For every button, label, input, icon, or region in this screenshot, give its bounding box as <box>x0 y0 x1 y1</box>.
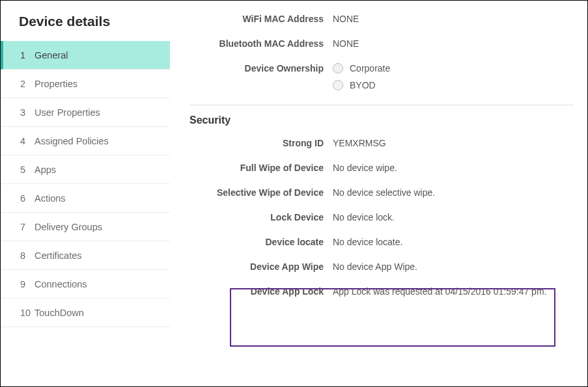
field-value: No device selective wipe. <box>333 187 574 198</box>
sidebar-item-label: TouchDown <box>35 308 84 318</box>
field-device-ownership: Device Ownership Corporate BYOD <box>189 63 574 90</box>
field-value: YEMXRMSG <box>333 138 574 148</box>
sidebar-item-properties[interactable]: 2 Properties <box>1 70 170 98</box>
section-header-security: Security <box>189 105 574 126</box>
sidebar-item-num: 5 <box>20 165 35 175</box>
field-label: WiFi MAC Address <box>189 14 333 24</box>
radio-icon <box>333 80 343 90</box>
sidebar-item-label: Apps <box>35 165 56 175</box>
radio-label: Corporate <box>350 63 390 73</box>
sidebar-item-label: Certificates <box>35 250 82 261</box>
sidebar-item-num: 1 <box>20 50 35 60</box>
sidebar-item-num: 7 <box>20 222 35 232</box>
sidebar-item-label: User Properties <box>35 107 100 118</box>
field-label: Selective Wipe of Device <box>189 187 333 198</box>
sidebar-item-num: 10 <box>20 308 35 318</box>
top-fields: WiFi MAC Address NONE Bluetooth MAC Addr… <box>189 14 574 90</box>
field-lock-device: Lock Device No device lock. <box>189 212 574 222</box>
ownership-radio-group: Corporate BYOD <box>333 63 574 90</box>
sidebar-item-label: Actions <box>35 193 66 204</box>
security-fields: Strong ID YEMXRMSG Full Wipe of Device N… <box>189 138 574 297</box>
sidebar-item-certificates[interactable]: 8 Certificates <box>1 241 170 270</box>
sidebar-item-num: 2 <box>20 79 35 89</box>
field-strong-id: Strong ID YEMXRMSG <box>189 138 574 148</box>
sidebar-item-num: 6 <box>20 193 35 204</box>
page-title: Device details <box>1 14 170 41</box>
sidebar-item-label: Assigned Policies <box>35 136 109 146</box>
field-value: No device wipe. <box>333 163 574 173</box>
sidebar-item-num: 3 <box>20 107 35 118</box>
sidebar-item-label: Connections <box>35 279 87 289</box>
field-value: No device locate. <box>333 237 574 247</box>
field-wifi-mac: WiFi MAC Address NONE <box>189 14 574 24</box>
sidebar-item-general[interactable]: 1 General <box>1 41 170 70</box>
sidebar-item-num: 4 <box>20 136 35 146</box>
field-label: Strong ID <box>189 138 333 148</box>
radio-corporate[interactable]: Corporate <box>333 63 574 73</box>
sidebar-item-assigned-policies[interactable]: 4 Assigned Policies <box>1 127 170 155</box>
field-label: Device locate <box>189 237 333 247</box>
sidebar-item-user-properties[interactable]: 3 User Properties <box>1 98 170 127</box>
sidebar-item-actions[interactable]: 6 Actions <box>1 184 170 213</box>
radio-byod[interactable]: BYOD <box>333 80 574 90</box>
field-label: Lock Device <box>189 212 333 222</box>
sidebar-item-label: Delivery Groups <box>35 222 102 232</box>
field-value: No device App Wipe. <box>333 261 574 272</box>
sidebar-item-touchdown[interactable]: 10 TouchDown <box>1 299 170 327</box>
field-full-wipe: Full Wipe of Device No device wipe. <box>189 163 574 173</box>
sidebar-item-connections[interactable]: 9 Connections <box>1 270 170 299</box>
field-value: NONE <box>333 38 574 49</box>
field-device-app-lock: Device App Lock App Lock was requested a… <box>189 286 574 297</box>
field-value: App Lock was requested at 04/15/2016 01:… <box>333 286 574 297</box>
field-value: No device lock. <box>333 212 574 222</box>
field-label: Full Wipe of Device <box>189 163 333 173</box>
sidebar-item-label: Properties <box>35 79 77 89</box>
field-label: Device App Lock <box>189 286 333 297</box>
sidebar-item-delivery-groups[interactable]: 7 Delivery Groups <box>1 213 170 241</box>
field-bluetooth-mac: Bluetooth MAC Address NONE <box>189 38 574 49</box>
field-selective-wipe: Selective Wipe of Device No device selec… <box>189 187 574 198</box>
radio-icon <box>333 63 343 73</box>
sidebar-item-num: 8 <box>20 250 35 261</box>
field-label: Device App Wipe <box>189 261 333 272</box>
highlight-box <box>230 288 555 347</box>
sidebar-list: 1 General 2 Properties 3 User Properties… <box>1 41 170 327</box>
field-device-locate: Device locate No device locate. <box>189 237 574 247</box>
sidebar-item-label: General <box>35 50 68 60</box>
field-value: NONE <box>333 14 574 24</box>
field-label: Bluetooth MAC Address <box>189 38 333 49</box>
sidebar: Device details 1 General 2 Properties 3 … <box>1 1 170 386</box>
sidebar-item-apps[interactable]: 5 Apps <box>1 155 170 184</box>
main-panel: WiFi MAC Address NONE Bluetooth MAC Addr… <box>170 1 587 386</box>
radio-label: BYOD <box>350 80 376 90</box>
sidebar-item-num: 9 <box>20 279 35 289</box>
field-label: Device Ownership <box>189 63 333 73</box>
field-device-app-wipe: Device App Wipe No device App Wipe. <box>189 261 574 272</box>
